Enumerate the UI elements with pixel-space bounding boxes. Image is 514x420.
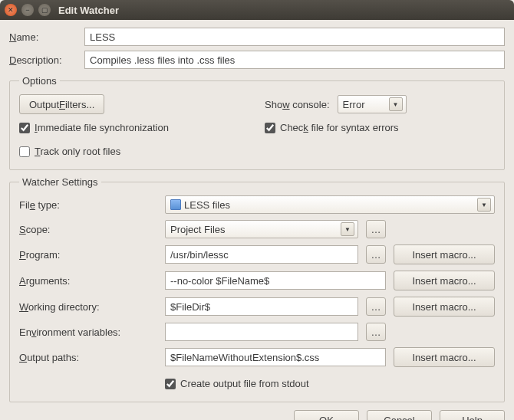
env-vars-browse-button[interactable]: … — [366, 323, 386, 341]
arguments-label: Arguments: — [19, 275, 157, 287]
show-console-select[interactable]: Error ▼ — [338, 95, 407, 113]
options-fieldset: Options Output Filters... Show console: … — [9, 75, 505, 170]
output-paths-label: Output paths: — [19, 352, 157, 363]
immediate-sync-checkbox[interactable] — [19, 123, 30, 133]
chevron-down-icon: ▼ — [477, 198, 491, 212]
name-input[interactable] — [84, 28, 505, 46]
env-vars-label: Environment variables: — [19, 326, 157, 338]
scope-value: Project Files — [170, 224, 226, 235]
immediate-sync-label: Immediate file synchronization — [35, 122, 169, 133]
help-button[interactable]: Help — [440, 410, 505, 420]
arguments-insert-macro-button[interactable]: Insert macro... — [394, 271, 495, 290]
program-input[interactable] — [165, 245, 358, 264]
output-filters-button[interactable]: Output Filters... — [19, 94, 104, 114]
scope-browse-button[interactable]: … — [366, 220, 386, 238]
filetype-select[interactable]: LESS files ▼ — [165, 195, 495, 214]
check-syntax-checkbox[interactable] — [265, 123, 275, 133]
scope-select[interactable]: Project Files ▼ — [165, 220, 358, 238]
show-console-label: Show console: — [265, 99, 330, 110]
options-legend: Options — [19, 75, 60, 87]
filetype-value: LESS files — [184, 199, 230, 211]
working-dir-input[interactable] — [165, 297, 358, 316]
minimize-icon[interactable]: − — [21, 4, 34, 16]
output-paths-input[interactable] — [165, 348, 386, 366]
track-root-label: Track only root files — [35, 146, 120, 157]
dialog-body: Name: Description: Options Output Filter… — [0, 20, 514, 420]
show-console-value: Error — [343, 99, 365, 110]
watcher-settings-legend: Watcher Settings — [19, 176, 101, 188]
program-label: Program: — [19, 249, 157, 261]
program-insert-macro-button[interactable]: Insert macro... — [394, 244, 495, 264]
arguments-input[interactable] — [165, 271, 386, 290]
name-label: Name: — [9, 31, 78, 43]
check-syntax-label: Check file for syntax errors — [280, 122, 399, 133]
description-label: Description: — [9, 54, 78, 66]
filetype-label: File type: — [19, 199, 157, 211]
program-browse-button[interactable]: … — [366, 245, 386, 264]
working-dir-browse-button[interactable]: … — [366, 297, 386, 316]
cancel-button[interactable]: Cancel — [367, 410, 432, 420]
create-stdout-label: Create output file from stdout — [180, 378, 309, 389]
scope-label: Scope: — [19, 224, 157, 235]
maximize-icon[interactable]: ▢ — [38, 4, 51, 16]
working-dir-insert-macro-button[interactable]: Insert macro... — [394, 297, 495, 317]
titlebar: ✕ − ▢ Edit Watcher — [0, 0, 514, 20]
track-root-checkbox[interactable] — [19, 146, 30, 157]
output-insert-macro-button[interactable]: Insert macro... — [394, 347, 495, 367]
chevron-down-icon: ▼ — [389, 97, 403, 111]
env-vars-input[interactable] — [165, 323, 358, 341]
description-input[interactable] — [84, 51, 505, 69]
dialog-footer: OK Cancel Help — [9, 402, 505, 420]
chevron-down-icon: ▼ — [341, 222, 354, 236]
create-stdout-checkbox[interactable] — [165, 379, 176, 389]
watcher-settings-fieldset: Watcher Settings File type: LESS files ▼… — [9, 176, 505, 402]
working-dir-label: Working directory: — [19, 301, 157, 313]
window-title: Edit Watcher — [58, 5, 119, 16]
ok-button[interactable]: OK — [294, 410, 359, 420]
close-icon[interactable]: ✕ — [5, 4, 17, 16]
less-file-icon — [170, 199, 181, 210]
